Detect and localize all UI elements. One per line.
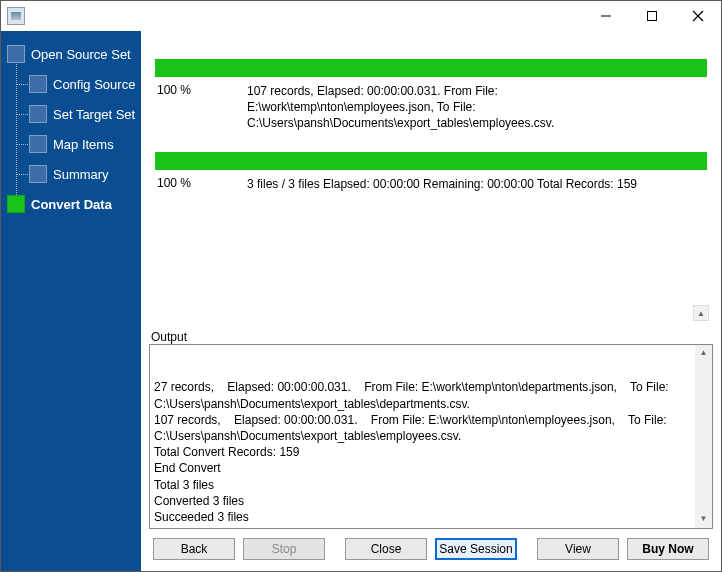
step-box-icon: [7, 45, 25, 63]
step-summary[interactable]: Summary: [29, 159, 141, 189]
file-progress-info: 100 % 107 records, Elapsed: 00:00:00.031…: [155, 81, 707, 134]
step-label: Open Source Set: [31, 47, 131, 62]
output-line: Total 3 files: [154, 477, 690, 493]
step-label: Set Target Set: [53, 107, 135, 122]
buy-now-button[interactable]: Buy Now: [627, 538, 709, 560]
step-set-target-set[interactable]: Set Target Set: [29, 99, 141, 129]
close-button[interactable]: [675, 1, 721, 31]
button-bar: Back Stop Close Save Session View Buy No…: [149, 529, 713, 563]
scroll-up-icon[interactable]: ▲: [693, 305, 709, 321]
step-box-icon: [29, 75, 47, 93]
output-label: Output: [149, 330, 713, 344]
step-convert-data[interactable]: Convert Data: [7, 189, 141, 219]
app-window: Open Source Set Config Source Set Target…: [0, 0, 722, 572]
step-map-items[interactable]: Map Items: [29, 129, 141, 159]
output-line: 107 records, Elapsed: 00:00:00.031. From…: [154, 412, 690, 444]
step-label: Convert Data: [31, 197, 112, 212]
svg-rect-1: [648, 12, 657, 21]
close-icon: [692, 10, 704, 22]
step-box-icon: [29, 105, 47, 123]
file-progress-bar: [155, 59, 707, 77]
step-box-icon: [29, 135, 47, 153]
scroll-down-icon[interactable]: ▼: [695, 511, 712, 528]
total-progress-percent: 100 %: [157, 176, 247, 192]
titlebar: [1, 1, 721, 31]
stop-button[interactable]: Stop: [243, 538, 325, 560]
maximize-button[interactable]: [629, 1, 675, 31]
output-line: Total Convert Records: 159: [154, 444, 690, 460]
total-progress-info: 100 % 3 files / 3 files Elapsed: 00:00:0…: [155, 174, 707, 194]
output-scrollbar[interactable]: ▲ ▼: [695, 345, 712, 528]
step-open-source-set[interactable]: Open Source Set: [7, 39, 141, 69]
output-line: End Convert: [154, 460, 690, 476]
output-line: 27 records, Elapsed: 00:00:00.031. From …: [154, 379, 690, 411]
step-label: Map Items: [53, 137, 114, 152]
total-progress-details: 3 files / 3 files Elapsed: 00:00:00 Rema…: [247, 176, 705, 192]
view-button[interactable]: View: [537, 538, 619, 560]
app-icon: [7, 7, 25, 25]
progress-area: 100 % 107 records, Elapsed: 00:00:00.031…: [149, 39, 713, 324]
total-progress-bar: [155, 152, 707, 170]
output-line: Converted 3 files: [154, 493, 690, 509]
step-label: Config Source: [53, 77, 135, 92]
save-session-button[interactable]: Save Session: [435, 538, 517, 560]
back-button[interactable]: Back: [153, 538, 235, 560]
minimize-icon: [600, 10, 612, 22]
output-line: Failed (partly) 0 files: [154, 525, 690, 529]
main-panel: 100 % 107 records, Elapsed: 00:00:00.031…: [141, 31, 721, 571]
sidebar: Open Source Set Config Source Set Target…: [1, 31, 141, 571]
step-config-source[interactable]: Config Source: [29, 69, 141, 99]
output-textarea[interactable]: 27 records, Elapsed: 00:00:00.031. From …: [149, 344, 713, 529]
wizard-steps: Open Source Set Config Source Set Target…: [1, 31, 141, 219]
scroll-up-icon[interactable]: ▲: [695, 345, 712, 362]
step-label: Summary: [53, 167, 109, 182]
window-controls: [583, 1, 721, 31]
file-progress-percent: 100 %: [157, 83, 247, 132]
minimize-button[interactable]: [583, 1, 629, 31]
file-progress-details: 107 records, Elapsed: 00:00:00.031. From…: [247, 83, 705, 132]
output-line: Succeeded 3 files: [154, 509, 690, 525]
close-button[interactable]: Close: [345, 538, 427, 560]
step-box-icon: [29, 165, 47, 183]
step-box-icon: [7, 195, 25, 213]
body: Open Source Set Config Source Set Target…: [1, 31, 721, 571]
maximize-icon: [646, 10, 658, 22]
